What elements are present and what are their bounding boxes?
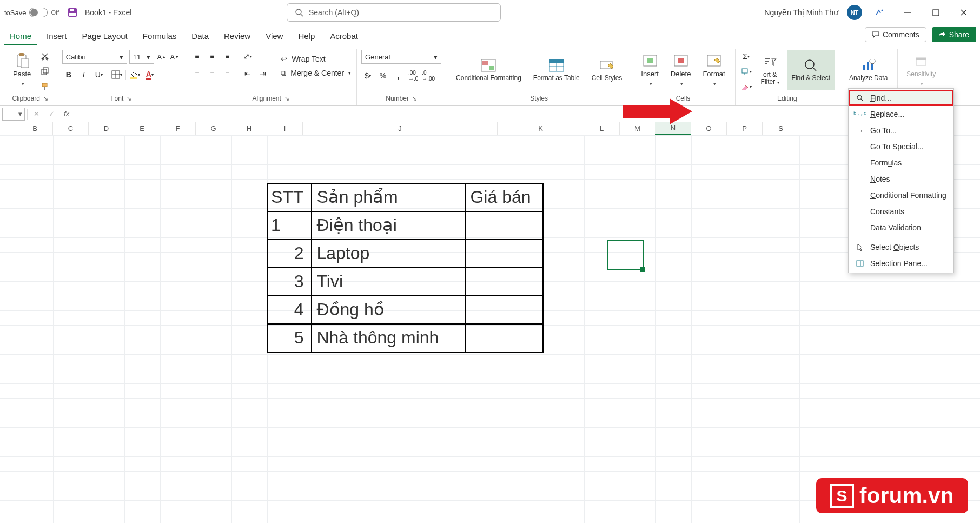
- tab-formulas[interactable]: Formulas: [135, 27, 184, 45]
- increase-decimal-icon[interactable]: .00→.0: [407, 69, 420, 82]
- search-box[interactable]: Search (Alt+Q): [287, 3, 501, 22]
- user-avatar[interactable]: NT: [847, 5, 862, 20]
- column-header[interactable]: N: [655, 122, 691, 135]
- column-header[interactable]: E: [124, 122, 160, 135]
- table-cell[interactable]: Đồng hồ: [312, 296, 465, 324]
- menu-item-data-validation[interactable]: Data Validation: [849, 220, 953, 236]
- table-cell[interactable]: 5: [267, 324, 312, 352]
- column-header[interactable]: G: [196, 122, 231, 135]
- merge-center-button[interactable]: ⧉Merge & Center▾: [281, 69, 351, 78]
- table-cell[interactable]: [465, 211, 543, 240]
- tab-review[interactable]: Review: [216, 27, 258, 45]
- align-top-icon[interactable]: ≡: [190, 50, 203, 63]
- sort-filter-button[interactable]: ort &Filter ▾: [756, 50, 784, 90]
- table-cell[interactable]: [465, 324, 543, 352]
- autosave-switch[interactable]: [29, 8, 48, 17]
- save-icon[interactable]: [68, 8, 77, 17]
- font-size-select[interactable]: 11▾: [129, 50, 154, 64]
- decrease-indent-icon[interactable]: ⇤: [241, 67, 254, 80]
- menu-item-selection-pane[interactable]: Selection Pane...: [849, 255, 953, 272]
- decrease-font-icon[interactable]: A▼: [169, 51, 180, 62]
- accounting-format-icon[interactable]: $▾: [361, 69, 374, 82]
- format-cells-button[interactable]: Format: [698, 50, 729, 90]
- formula-input[interactable]: [75, 108, 978, 121]
- share-button[interactable]: Share: [932, 27, 976, 42]
- font-color-icon[interactable]: A▾: [143, 68, 156, 81]
- menu-item-find[interactable]: Find...: [849, 90, 953, 106]
- column-header[interactable]: J: [303, 122, 498, 135]
- tab-home[interactable]: Home: [2, 27, 39, 45]
- increase-font-icon[interactable]: A▲: [156, 51, 167, 62]
- number-format-select[interactable]: General▾: [361, 50, 441, 64]
- autosum-icon[interactable]: Σ▾: [740, 50, 753, 63]
- tab-view[interactable]: View: [258, 27, 290, 45]
- clear-icon[interactable]: ▾: [740, 80, 753, 93]
- column-header[interactable]: I: [267, 122, 303, 135]
- minimize-icon[interactable]: [897, 3, 918, 22]
- align-bottom-icon[interactable]: ≡: [221, 50, 234, 63]
- delete-cells-button[interactable]: Delete: [666, 50, 696, 90]
- maximize-icon[interactable]: [925, 3, 946, 22]
- wrap-text-button[interactable]: ↩Wrap Text: [281, 55, 351, 63]
- column-header[interactable]: K: [498, 122, 584, 135]
- dialog-launcher-icon[interactable]: ↘: [284, 95, 289, 102]
- borders-icon[interactable]: ▾: [110, 68, 123, 81]
- select-all-corner[interactable]: [0, 122, 17, 135]
- table-cell[interactable]: [465, 268, 543, 296]
- insert-cells-button[interactable]: Insert: [637, 50, 663, 90]
- cancel-formula-icon[interactable]: ✕: [30, 110, 43, 118]
- copy-icon[interactable]: [38, 65, 51, 78]
- spreadsheet-grid[interactable]: STT Sản phẩm Giá bán 1Điện thoại2Laptop3…: [0, 135, 980, 523]
- table-cell[interactable]: [465, 296, 543, 324]
- align-right-icon[interactable]: ≡: [221, 67, 234, 80]
- dialog-launcher-icon[interactable]: ↘: [412, 95, 417, 102]
- increase-indent-icon[interactable]: ⇥: [256, 67, 269, 80]
- comments-button[interactable]: Comments: [865, 27, 926, 42]
- fill-color-icon[interactable]: ▾: [128, 68, 141, 81]
- italic-icon[interactable]: I: [77, 68, 90, 81]
- column-header[interactable]: D: [89, 122, 124, 135]
- ribbon-display-icon[interactable]: [869, 3, 890, 22]
- table-cell[interactable]: 1: [267, 211, 312, 240]
- column-header[interactable]: P: [727, 122, 763, 135]
- table-cell[interactable]: Nhà thông minh: [312, 324, 465, 352]
- percent-format-icon[interactable]: %: [376, 69, 389, 82]
- autosave-toggle[interactable]: toSave Off: [4, 8, 59, 17]
- menu-item-select-objects[interactable]: Select Objects: [849, 239, 953, 255]
- find-select-button[interactable]: Find & Select: [787, 50, 835, 90]
- decrease-decimal-icon[interactable]: .0→.00: [422, 69, 435, 82]
- table-cell[interactable]: 4: [267, 296, 312, 324]
- conditional-formatting-button[interactable]: Conditional Formatting: [452, 50, 526, 90]
- dialog-launcher-icon[interactable]: ↘: [43, 95, 48, 102]
- column-header[interactable]: M: [620, 122, 655, 135]
- column-header[interactable]: L: [584, 122, 620, 135]
- column-header[interactable]: B: [17, 122, 53, 135]
- table-header-cell[interactable]: STT: [267, 183, 312, 211]
- align-left-icon[interactable]: ≡: [190, 67, 203, 80]
- tab-page-layout[interactable]: Page Layout: [75, 27, 135, 45]
- orientation-icon[interactable]: ⤢▾: [241, 50, 254, 63]
- underline-icon[interactable]: U▾: [92, 68, 105, 81]
- user-name[interactable]: Nguyễn Thị Minh Thư: [764, 8, 838, 17]
- tab-acrobat[interactable]: Acrobat: [322, 27, 366, 45]
- tab-data[interactable]: Data: [184, 27, 216, 45]
- tab-help[interactable]: Help: [290, 27, 322, 45]
- analyze-data-button[interactable]: Analyze Data: [845, 50, 892, 90]
- table-cell[interactable]: [465, 240, 543, 268]
- paste-button[interactable]: Paste: [9, 50, 35, 90]
- cut-icon[interactable]: [38, 50, 51, 63]
- menu-item-notes[interactable]: Notes: [849, 171, 953, 187]
- menu-item-goto[interactable]: →Go To...: [849, 122, 953, 138]
- comma-format-icon[interactable]: ,: [392, 69, 405, 82]
- enter-formula-icon[interactable]: ✓: [45, 110, 58, 118]
- column-header[interactable]: H: [231, 122, 267, 135]
- font-name-select[interactable]: Calibri▾: [62, 50, 127, 64]
- name-box[interactable]: ▾: [2, 108, 25, 121]
- menu-item-replace[interactable]: ᵇ↔ᶜReplace...: [849, 106, 953, 122]
- table-cell[interactable]: Laptop: [312, 240, 465, 268]
- fill-icon[interactable]: ▾: [740, 65, 753, 78]
- table-cell[interactable]: Điện thoại: [312, 211, 465, 240]
- tab-insert[interactable]: Insert: [39, 27, 75, 45]
- align-center-icon[interactable]: ≡: [206, 67, 218, 80]
- column-header[interactable]: F: [160, 122, 196, 135]
